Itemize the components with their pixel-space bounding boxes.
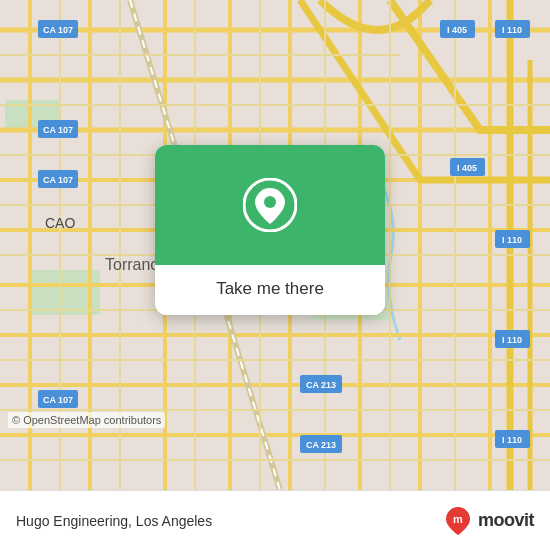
bottom-bar: Hugo Engineering, Los Angeles m moovit xyxy=(0,490,550,550)
popup-card: Take me there xyxy=(155,145,385,315)
svg-text:CA 213: CA 213 xyxy=(306,440,336,450)
popup-green-area xyxy=(155,145,385,265)
moovit-text: moovit xyxy=(478,510,534,531)
take-me-there-button[interactable]: Take me there xyxy=(155,265,385,315)
moovit-brand-icon: m xyxy=(442,505,474,537)
svg-text:m: m xyxy=(453,513,463,525)
svg-text:I 110: I 110 xyxy=(502,335,522,345)
svg-text:I 405: I 405 xyxy=(457,163,477,173)
location-label: Hugo Engineering, Los Angeles xyxy=(16,513,212,529)
svg-text:CA 107: CA 107 xyxy=(43,125,73,135)
svg-text:I 110: I 110 xyxy=(502,435,522,445)
svg-text:CA 107: CA 107 xyxy=(43,395,73,405)
copyright-text: © OpenStreetMap contributors xyxy=(8,412,165,428)
svg-point-70 xyxy=(264,196,276,208)
svg-text:CA 107: CA 107 xyxy=(43,25,73,35)
svg-text:I 110: I 110 xyxy=(502,25,522,35)
svg-text:CAO: CAO xyxy=(45,215,75,231)
svg-text:CA 213: CA 213 xyxy=(306,380,336,390)
svg-text:CA 107: CA 107 xyxy=(43,175,73,185)
map-container: CA 107 CA 107 CA 107 CA 107 I 405 I 405 … xyxy=(0,0,550,490)
moovit-logo: m moovit xyxy=(442,505,534,537)
svg-text:I 110: I 110 xyxy=(502,235,522,245)
svg-text:I 405: I 405 xyxy=(447,25,467,35)
location-pin-icon xyxy=(243,178,297,232)
